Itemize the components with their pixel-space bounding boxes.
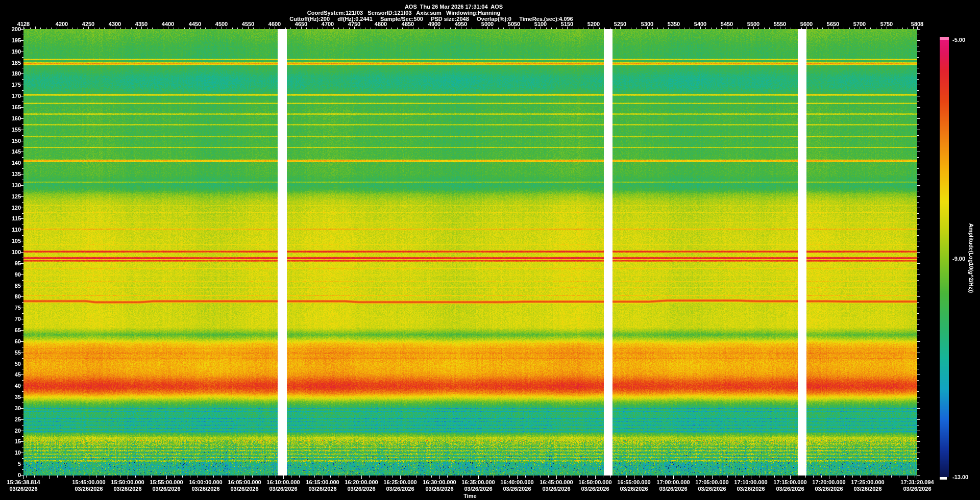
left-axis-label: 0: [18, 472, 21, 478]
bottom-date-label: 03/26/2026: [464, 486, 492, 492]
left-axis-label: 190: [12, 49, 21, 55]
bottom-date-label: 03/26/2026: [152, 486, 180, 492]
top-axis-label: 4200: [56, 21, 68, 27]
top-axis-label: 4550: [242, 21, 254, 27]
top-axis-label: 5050: [508, 21, 520, 27]
top-axis-label: 4400: [162, 21, 174, 27]
left-axis-label: 120: [12, 205, 21, 211]
spectrogram-canvas: [0, 0, 980, 500]
aos-spectrogram-window: AOS Thu 26 Mar 2026 17:31:04 AOS CoordSy…: [0, 0, 980, 500]
bottom-time-label: 17:00:00.000: [656, 480, 690, 485]
top-axis-label: 4850: [402, 21, 414, 27]
x-axis-title: Time: [463, 493, 476, 499]
top-axis-label: 4800: [375, 21, 387, 27]
bottom-date-label: 03/26/2026: [113, 486, 141, 492]
bottom-date-label: 03/26/2026: [230, 486, 258, 492]
top-axis-label: 5100: [534, 21, 547, 27]
top-axis-label: 4250: [82, 21, 94, 27]
top-axis-label: 4500: [215, 21, 228, 27]
bottom-time-label: 16:55:00.000: [617, 480, 650, 485]
left-axis-label: 130: [12, 183, 21, 188]
colorbar-title: Amplitude(Log10(g^2/Hz)): [968, 223, 974, 293]
top-axis-label: 4350: [135, 21, 148, 27]
colorbar-label: -9.00: [952, 256, 965, 262]
bottom-date-label: 03/26/2026: [737, 486, 765, 492]
left-axis-label: 115: [12, 216, 21, 221]
bottom-time-label: 17:25:00.000: [851, 480, 884, 485]
left-axis-label: 5: [18, 461, 21, 467]
bottom-date-label: 03/26/2026: [9, 486, 37, 492]
left-axis-label: 100: [12, 249, 21, 255]
left-axis-label: 25: [15, 417, 21, 422]
bottom-time-label: 16:10:00.000: [266, 480, 300, 485]
bottom-date-label: 03/26/2026: [903, 486, 931, 492]
top-axis-label: 5750: [880, 21, 893, 27]
top-axis-label: 4950: [455, 21, 467, 27]
bottom-time-label: 16:20:00.000: [345, 480, 378, 485]
bottom-date-label: 03/26/2026: [542, 486, 570, 492]
top-axis-label: 5350: [668, 21, 680, 27]
left-axis-label: 60: [15, 339, 21, 344]
bottom-date-label: 03/26/2026: [581, 486, 609, 492]
left-axis-label: 175: [12, 82, 21, 88]
header-title: AOS Thu 26 Mar 2026 17:31:04 AOS: [405, 4, 503, 10]
left-axis-label: 145: [12, 149, 21, 155]
top-axis-label: 4300: [109, 21, 121, 27]
top-axis-label: 5250: [614, 21, 626, 27]
top-axis-label: 4700: [322, 21, 334, 27]
bottom-date-label: 03/26/2026: [386, 486, 414, 492]
left-axis-label: 195: [12, 38, 21, 43]
top-axis-label: 5400: [694, 21, 706, 27]
top-axis-label: 5450: [721, 21, 733, 27]
left-axis-label: 75: [15, 305, 21, 311]
bottom-date-label: 03/26/2026: [191, 486, 219, 492]
bottom-date-label: 03/26/2026: [776, 486, 804, 492]
bottom-time-label: 16:05:00.000: [228, 480, 261, 485]
top-axis-label: 4750: [348, 21, 360, 27]
top-axis-label: 5150: [561, 21, 573, 27]
left-axis-label: 135: [12, 171, 21, 177]
bottom-time-label: 15:55:00.000: [150, 480, 183, 485]
left-axis-label: 20: [15, 428, 21, 434]
left-axis-label: 180: [12, 71, 21, 77]
bottom-date-label: 03/26/2026: [620, 486, 648, 492]
top-axis-label: 5500: [747, 21, 760, 27]
bottom-date-label: 03/26/2026: [75, 486, 103, 492]
left-axis-label: 85: [15, 283, 21, 289]
top-axis-label: 5550: [774, 21, 786, 27]
bottom-time-label: 16:35:00.000: [461, 480, 495, 485]
left-axis-label: 170: [12, 93, 21, 99]
left-axis-label: 140: [12, 160, 21, 166]
left-axis-label: 185: [12, 60, 21, 66]
bottom-date-label: 03/26/2026: [347, 486, 375, 492]
bottom-time-label: 16:40:00.000: [500, 480, 533, 485]
top-axis-label: 5808: [911, 21, 923, 27]
bottom-date-label: 03/26/2026: [815, 486, 843, 492]
left-axis-label: 45: [15, 372, 21, 378]
left-axis-label: 200: [12, 27, 21, 32]
top-axis-label: 4600: [268, 21, 281, 27]
left-axis-label: 160: [12, 116, 21, 121]
bottom-time-label: 17:20:00.000: [812, 480, 845, 485]
left-axis-label: 80: [15, 294, 21, 299]
left-axis-label: 150: [12, 138, 21, 144]
bottom-time-label: 15:45:00.000: [72, 480, 105, 485]
bottom-date-label: 03/26/2026: [503, 486, 531, 492]
bottom-time-label: 17:15:00.000: [773, 480, 806, 485]
bottom-time-label: 17:31:20.094: [900, 480, 934, 485]
left-axis-label: 55: [15, 350, 21, 356]
bottom-date-label: 03/26/2026: [425, 486, 453, 492]
bottom-date-label: 03/26/2026: [698, 486, 726, 492]
bottom-time-label: 15:36:38.814: [7, 480, 40, 485]
left-axis-label: 105: [12, 238, 21, 244]
header-sensor-info: CoordSystem:121f03 SensorID:121f03 Axis:…: [307, 10, 500, 16]
bottom-date-label: 03/26/2026: [659, 486, 687, 492]
left-axis-label: 65: [15, 328, 21, 333]
top-axis-label: 5000: [481, 21, 494, 27]
top-axis-label: 4650: [295, 21, 307, 27]
top-axis-label: 4900: [428, 21, 440, 27]
bottom-date-label: 03/26/2026: [269, 486, 297, 492]
left-axis-label: 15: [15, 439, 21, 444]
bottom-time-label: 17:10:00.000: [734, 480, 767, 485]
bottom-time-label: 15:50:00.000: [111, 480, 144, 485]
